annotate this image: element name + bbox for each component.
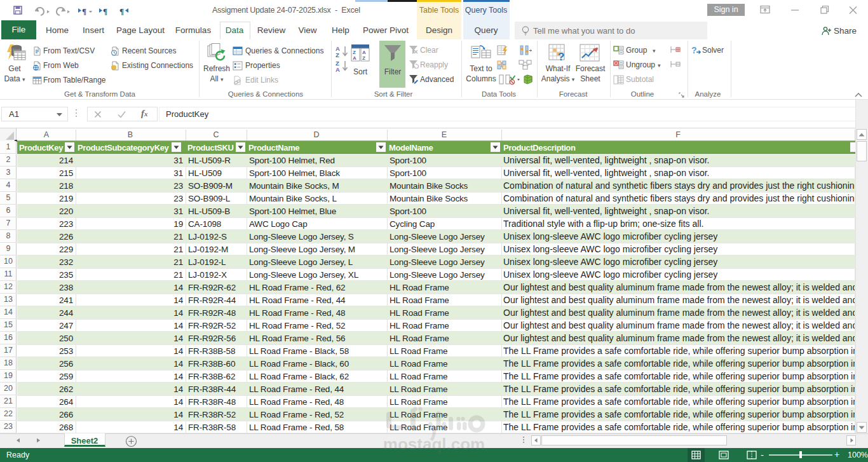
svg-text:A: A: [353, 55, 356, 61]
svg-text:A: A: [362, 50, 366, 55]
svg-text:?: ?: [691, 45, 697, 55]
svg-text:¶: ¶: [119, 6, 124, 16]
svg-text:Z: Z: [362, 55, 365, 61]
svg-text:¶: ¶: [82, 6, 86, 16]
svg-text:A: A: [336, 66, 340, 73]
svg-text:¶: ¶: [103, 6, 107, 16]
svg-text:Z: Z: [353, 50, 356, 55]
svg-text:Z: Z: [336, 51, 339, 58]
svg-text:?: ?: [558, 51, 564, 63]
